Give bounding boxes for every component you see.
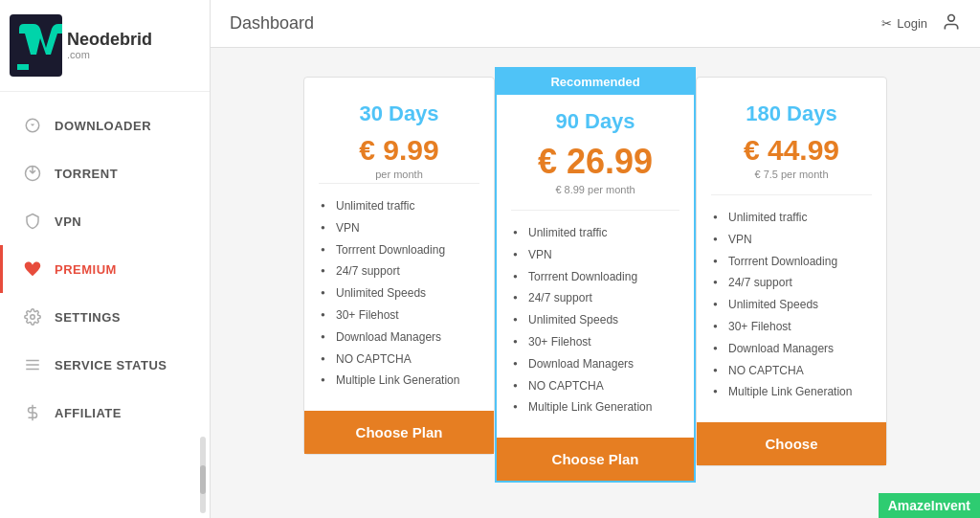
plan-card-30days: 30 Days € 9.99 per month Unlimited traff… [303, 77, 495, 455]
feature-item: Unlimited traffic [711, 207, 872, 229]
premium-icon [22, 259, 43, 280]
sidebar-item-vpn[interactable]: VPN [0, 197, 210, 245]
page-title: Dashboard [230, 13, 314, 34]
plan-180-duration: 180 Days [711, 101, 872, 126]
feature-item: VPN [711, 229, 872, 251]
plan-180-features: Unlimited traffic VPN Torrrent Downloadi… [711, 207, 872, 403]
settings-icon [22, 306, 43, 327]
feature-item: Torrrent Downloading [511, 266, 679, 288]
feature-item: Unlimited Speeds [319, 282, 479, 304]
plan-30-features: Unlimited traffic VPN Torrrent Downloadi… [319, 195, 479, 392]
sidebar-item-premium[interactable]: PREMIUM [0, 245, 210, 293]
sidebar: Neodebrid .com DOWNLOADER TORRENT VPN [0, 0, 211, 518]
login-button[interactable]: ✂ Login [881, 16, 927, 31]
feature-item: Torrrent Downloading [319, 239, 479, 261]
logo-sub: .com [67, 49, 152, 60]
feature-item: Multiple Link Generation [319, 370, 479, 392]
feature-item: 24/7 support [511, 287, 679, 309]
feature-item: Unlimited traffic [319, 195, 479, 217]
user-icon[interactable] [942, 12, 961, 35]
affiliate-icon [22, 402, 43, 423]
plan-card-180days: 180 Days € 44.99 € 7.5 per month Unlimit… [696, 77, 887, 466]
plan-90-duration: 90 Days [511, 109, 679, 134]
feature-item: Download Managers [511, 353, 679, 375]
topbar-actions: ✂ Login [881, 12, 961, 35]
plan-180-price: € 44.99 [711, 134, 872, 167]
topbar: Dashboard ✂ Login [211, 0, 980, 48]
content-area: 30 Days € 9.99 per month Unlimited traff… [211, 48, 980, 518]
plan-30-permonth: per month [319, 169, 479, 180]
sidebar-item-label: SERVICE STATUS [55, 358, 167, 372]
sidebar-item-label: DOWNLOADER [55, 119, 151, 133]
feature-item: 24/7 support [711, 272, 872, 294]
feature-item: Multiple Link Generation [711, 381, 872, 403]
feature-item: 30+ Filehost [511, 331, 679, 353]
sidebar-item-label: TORRENT [55, 167, 118, 181]
feature-item: Download Managers [711, 338, 872, 360]
feature-item: 30+ Filehost [319, 304, 479, 327]
feature-item: 24/7 support [319, 260, 479, 282]
sidebar-item-affiliate[interactable]: AFFILIATE [0, 389, 210, 437]
feature-item: NO CAPTCHA [511, 375, 679, 397]
sidebar-item-service-status[interactable]: SERVICE STATUS [0, 341, 210, 389]
sidebar-item-downloader[interactable]: DOWNLOADER [0, 101, 210, 149]
sidebar-nav: DOWNLOADER TORRENT VPN PREMIUM SETTINGS [0, 92, 210, 437]
choose-plan-90-button[interactable]: Choose Plan [497, 438, 694, 481]
feature-item: Download Managers [319, 327, 479, 349]
logo-text-container: Neodebrid .com [67, 31, 152, 61]
plan-90-price: € 26.99 [511, 142, 679, 182]
recommended-badge: Recommended [497, 69, 694, 95]
sidebar-item-label: SETTINGS [55, 310, 121, 325]
sidebar-item-torrent[interactable]: TORRENT [0, 149, 210, 197]
plan-30-price: € 9.99 [319, 134, 479, 167]
feature-item: VPN [511, 244, 679, 266]
amaze-invent-badge: AmazeInvent [879, 493, 980, 518]
feature-item: Torrrent Downloading [711, 251, 872, 273]
downloader-icon [22, 115, 43, 136]
feature-item: NO CAPTCHA [711, 360, 872, 382]
feature-item: 30+ Filehost [711, 316, 872, 338]
plan-180-monthly: € 7.5 per month [711, 169, 872, 180]
feature-item: Unlimited Speeds [511, 309, 679, 331]
plan-card-90days: Recommended 90 Days € 26.99 € 8.99 per m… [495, 67, 696, 483]
pricing-container: 30 Days € 9.99 per month Unlimited traff… [230, 77, 961, 483]
sidebar-item-label: AFFILIATE [55, 406, 122, 420]
choose-plan-30-button[interactable]: Choose Plan [304, 411, 494, 454]
svg-point-2 [31, 315, 35, 320]
logo-icon [10, 14, 62, 77]
login-label: Login [897, 16, 927, 31]
vpn-icon [22, 211, 43, 232]
logo-container: Neodebrid .com [0, 0, 210, 92]
sidebar-item-label: VPN [55, 214, 81, 229]
sidebar-item-label: PREMIUM [55, 262, 117, 277]
main-content: Dashboard ✂ Login 30 Days € 9.99 per mon… [211, 0, 980, 518]
feature-item: Multiple Link Generation [511, 396, 679, 418]
plan-90-monthly: € 8.99 per month [511, 184, 679, 195]
choose-plan-180-button[interactable]: Choose [697, 422, 886, 465]
feature-item: VPN [319, 217, 479, 239]
feature-item: Unlimited traffic [511, 222, 679, 244]
svg-point-7 [948, 14, 955, 21]
feature-item: Unlimited Speeds [711, 294, 872, 316]
logo-name: Neodebrid [67, 30, 152, 49]
torrent-icon [22, 163, 43, 184]
feature-item: NO CAPTCHA [319, 349, 479, 371]
plan-30-duration: 30 Days [319, 101, 479, 126]
plan-90-features: Unlimited traffic VPN Torrrent Downloadi… [511, 222, 679, 418]
sidebar-item-settings[interactable]: SETTINGS [0, 293, 210, 341]
login-icon: ✂ [881, 16, 892, 31]
service-status-icon [22, 354, 43, 375]
